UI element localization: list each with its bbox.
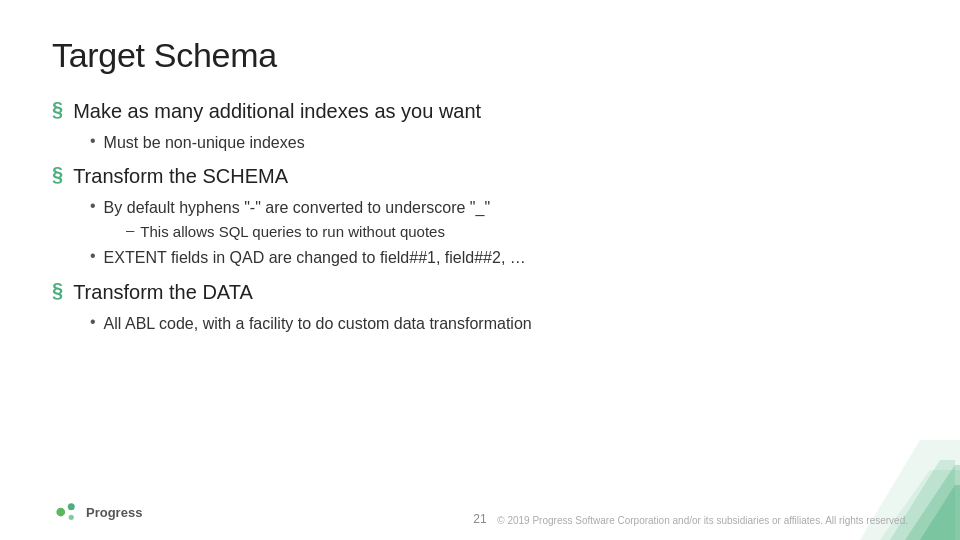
subsub-2-1-1-text: This allows SQL queries to run without q… [140,221,445,242]
svg-point-6 [68,503,75,510]
section-1-row: § Make as many additional indexes as you… [52,97,908,125]
section-2-row: § Transform the SCHEMA [52,162,908,190]
sub-2-1-text: By default hyphens "-" are converted to … [104,196,491,219]
sub-2-1-group: • By default hyphens "-" are converted t… [90,196,908,244]
section-3-subitems: • All ABL code, with a facility to do cu… [90,312,908,335]
sub-2-2: • EXTENT fields in QAD are changed to fi… [90,246,908,269]
subsub-2-1-1-dash: – [126,221,134,238]
sub-2-1: • By default hyphens "-" are converted t… [90,196,908,219]
section-3-bullet: § [52,279,63,302]
section-2-subitems: • By default hyphens "-" are converted t… [90,196,908,269]
slide-title: Target Schema [52,36,908,75]
section-1: § Make as many additional indexes as you… [52,97,908,158]
sub-3-1-text: All ABL code, with a facility to do cust… [104,312,532,335]
sub-2-2-text: EXTENT fields in QAD are changed to fiel… [104,246,526,269]
section-1-bullet: § [52,98,63,121]
section-2-text: Transform the SCHEMA [73,162,288,190]
sub-3-1-bullet: • [90,313,96,331]
sub-2-2-bullet: • [90,247,96,265]
sub-1-1-bullet: • [90,132,96,150]
footer-copyright: © 2019 Progress Software Corporation and… [497,515,908,526]
sub-1-1: • Must be non-unique indexes [90,131,908,154]
section-2: § Transform the SCHEMA • By default hyph… [52,162,908,273]
decorative-chevrons [800,340,960,540]
section-3-row: § Transform the DATA [52,278,908,306]
slide: Target Schema § Make as many additional … [0,0,960,540]
section-1-subitems: • Must be non-unique indexes [90,131,908,154]
section-3: § Transform the DATA • All ABL code, wit… [52,278,908,339]
section-2-bullet: § [52,163,63,186]
subsub-2-1-1: – This allows SQL queries to run without… [126,221,908,242]
sub-2-1-bullet: • [90,197,96,215]
content-area: § Make as many additional indexes as you… [52,97,908,339]
section-1-text: Make as many additional indexes as you w… [73,97,481,125]
sub-2-1-subsubitems: – This allows SQL queries to run without… [126,221,908,242]
section-3-text: Transform the DATA [73,278,253,306]
page-number: 21 [473,512,486,526]
sub-3-1: • All ABL code, with a facility to do cu… [90,312,908,335]
sub-1-1-text: Must be non-unique indexes [104,131,305,154]
